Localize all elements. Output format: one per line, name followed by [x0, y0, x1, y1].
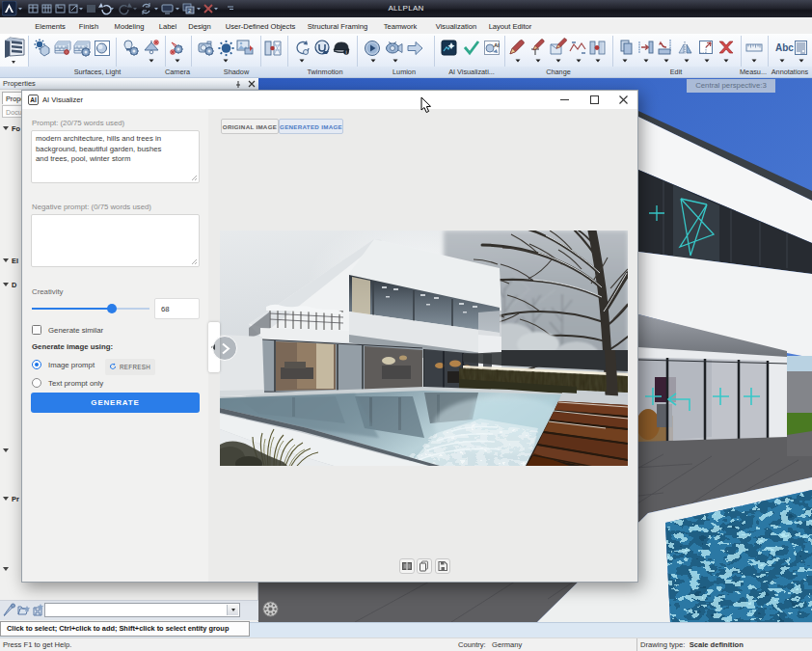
svg-text:Abc: Abc: [775, 42, 794, 53]
svg-text:i: i: [345, 49, 346, 55]
svg-text:AI: AI: [494, 42, 500, 48]
